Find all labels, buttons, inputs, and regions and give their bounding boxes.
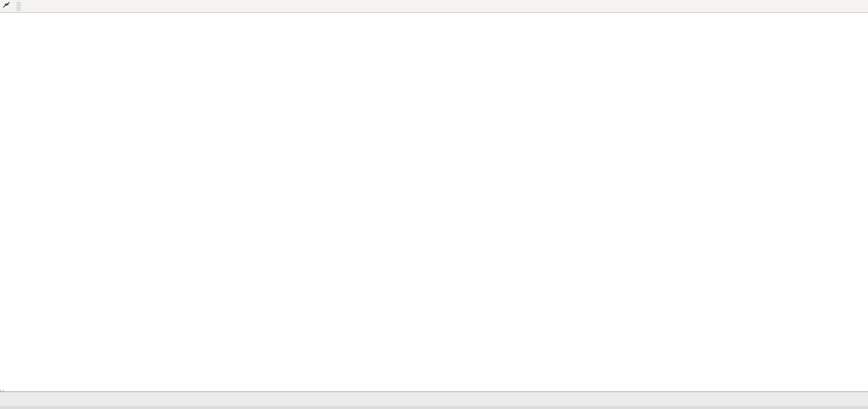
bottom-strip xyxy=(0,406,868,409)
toolbar-grip xyxy=(16,2,21,11)
top-toolbar xyxy=(0,0,868,13)
chart-tab-bar xyxy=(0,391,868,406)
chart-canvas[interactable] xyxy=(0,13,868,390)
chart-tools-button[interactable] xyxy=(0,1,15,12)
chart-tools-icon xyxy=(3,1,11,11)
